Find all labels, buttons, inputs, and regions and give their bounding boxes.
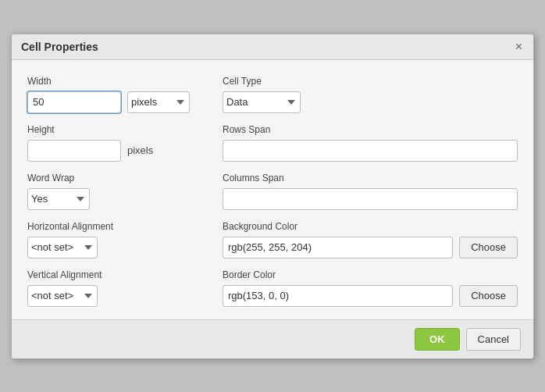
border-color-label: Border Color — [223, 269, 518, 280]
columns-span-label: Columns Span — [223, 173, 518, 184]
word-wrap-select[interactable]: Yes No — [27, 188, 90, 210]
columns-span-group: Columns Span — [223, 173, 518, 210]
cancel-button[interactable]: Cancel — [466, 328, 521, 351]
horizontal-alignment-row: <not set> left center right — [27, 237, 199, 258]
rows-span-group: Rows Span — [223, 124, 518, 162]
horizontal-alignment-select[interactable]: <not set> left center right — [27, 237, 98, 258]
rows-span-label: Rows Span — [223, 124, 518, 135]
rows-span-input[interactable] — [223, 140, 518, 162]
vertical-alignment-select[interactable]: <not set> top middle bottom — [27, 285, 98, 307]
border-color-input[interactable] — [223, 285, 453, 307]
left-column: Width pixels percent em Height pixels — [27, 76, 199, 307]
dialog-title: Cell Properties — [21, 41, 98, 53]
background-color-group: Background Color Choose — [223, 221, 518, 258]
width-row: pixels percent em — [27, 91, 199, 113]
height-input[interactable] — [27, 140, 121, 162]
background-color-row: Choose — [223, 237, 518, 258]
ok-button[interactable]: OK — [415, 328, 460, 351]
width-group: Width pixels percent em — [27, 76, 199, 113]
horizontal-alignment-label: Horizontal Alignment — [27, 221, 199, 232]
cell-type-row: Data Header — [223, 91, 518, 113]
height-label: Height — [27, 124, 199, 135]
word-wrap-row: Yes No — [27, 188, 199, 210]
height-pixels-label: pixels — [127, 144, 153, 156]
vertical-alignment-label: Vertical Alignment — [27, 269, 199, 280]
dialog-body: Width pixels percent em Height pixels — [12, 60, 533, 319]
height-row: pixels — [27, 140, 199, 162]
cell-type-group: Cell Type Data Header — [223, 76, 518, 113]
border-color-row: Choose — [223, 285, 518, 307]
right-column: Cell Type Data Header Rows Span Columns … — [223, 76, 518, 307]
width-input[interactable] — [27, 91, 121, 113]
width-label: Width — [27, 76, 199, 87]
title-bar: Cell Properties × — [12, 34, 533, 60]
background-color-input[interactable] — [223, 237, 453, 258]
cell-type-select[interactable]: Data Header — [223, 91, 301, 113]
dialog-footer: OK Cancel — [12, 319, 533, 358]
vertical-alignment-group: Vertical Alignment <not set> top middle … — [27, 269, 199, 307]
horizontal-alignment-group: Horizontal Alignment <not set> left cent… — [27, 221, 199, 258]
height-group: Height pixels — [27, 124, 199, 162]
columns-span-input[interactable] — [223, 188, 518, 210]
choose-background-color-button[interactable]: Choose — [459, 237, 518, 258]
cell-properties-dialog: Cell Properties × Width pixels percent e… — [11, 34, 534, 359]
word-wrap-label: Word Wrap — [27, 173, 199, 184]
background-color-label: Background Color — [223, 221, 518, 232]
close-button[interactable]: × — [514, 41, 524, 53]
vertical-alignment-row: <not set> top middle bottom — [27, 285, 199, 307]
cell-type-label: Cell Type — [223, 76, 518, 87]
pixels-select[interactable]: pixels percent em — [127, 91, 190, 113]
choose-border-color-button[interactable]: Choose — [459, 285, 518, 307]
border-color-group: Border Color Choose — [223, 269, 518, 307]
word-wrap-group: Word Wrap Yes No — [27, 173, 199, 210]
